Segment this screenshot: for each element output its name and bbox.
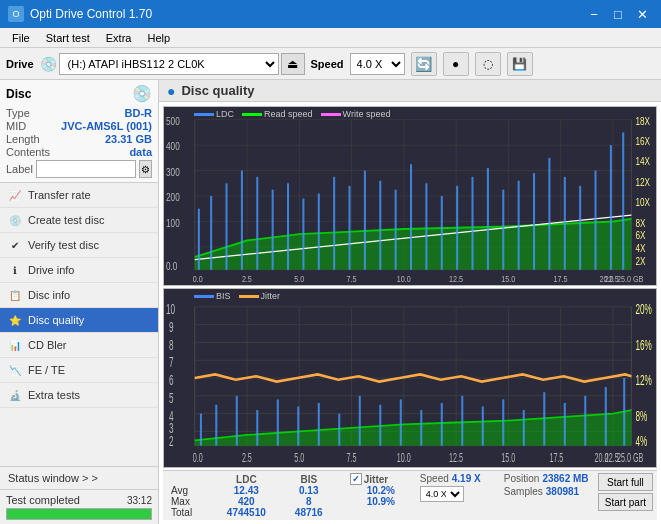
svg-text:0.0: 0.0 xyxy=(166,261,177,272)
svg-rect-39 xyxy=(487,168,489,270)
svg-text:2.5: 2.5 xyxy=(242,275,252,285)
avg-ldc: 12.43 xyxy=(211,485,282,496)
start-full-button[interactable]: Start full xyxy=(598,473,653,491)
position-section: Position 23862 MB Samples 380981 xyxy=(504,473,594,497)
svg-text:18X: 18X xyxy=(636,116,651,127)
svg-rect-45 xyxy=(579,186,581,270)
erase-button[interactable]: ◌ xyxy=(475,52,501,76)
jitter-label: Jitter xyxy=(261,291,281,301)
svg-text:2.5: 2.5 xyxy=(242,451,252,464)
sidebar-item-cd-bler[interactable]: 📊 CD Bler xyxy=(0,333,158,358)
svg-text:200: 200 xyxy=(166,192,180,203)
menu-help[interactable]: Help xyxy=(139,30,178,46)
svg-rect-34 xyxy=(410,164,412,270)
menu-file[interactable]: File xyxy=(4,30,38,46)
svg-rect-101 xyxy=(297,406,299,445)
sidebar-item-fe-te[interactable]: 📉 FE / TE xyxy=(0,358,158,383)
disc-info-label: Disc info xyxy=(28,289,70,301)
speed-select-small[interactable]: 4.0 X xyxy=(420,486,464,502)
svg-rect-31 xyxy=(364,171,366,270)
sidebar-item-transfer-rate[interactable]: 📈 Transfer rate xyxy=(0,183,158,208)
svg-rect-32 xyxy=(379,181,381,270)
chart2: BIS Jitter xyxy=(163,288,657,468)
svg-rect-103 xyxy=(338,414,340,446)
drive-label: Drive xyxy=(6,58,34,70)
samples-value: 380981 xyxy=(546,486,579,497)
jitter-checkbox[interactable]: ✓ xyxy=(350,473,362,485)
legend-write-speed: Write speed xyxy=(321,109,391,119)
svg-text:10: 10 xyxy=(166,300,175,316)
start-part-button[interactable]: Start part xyxy=(598,493,653,511)
jitter-color xyxy=(239,295,259,298)
svg-rect-100 xyxy=(277,399,279,445)
max-jitter: 10.9% xyxy=(346,496,416,507)
svg-rect-113 xyxy=(543,392,545,445)
sidebar-item-disc-quality[interactable]: ⭐ Disc quality xyxy=(0,308,158,333)
svg-rect-48 xyxy=(622,132,624,269)
svg-text:20%: 20% xyxy=(636,300,652,316)
sidebar-item-extra-tests[interactable]: 🔬 Extra tests xyxy=(0,383,158,408)
maximize-button[interactable]: □ xyxy=(607,5,629,23)
status-text: Test completed xyxy=(6,494,80,506)
svg-rect-112 xyxy=(523,410,525,446)
status-window-label: Status window > > xyxy=(8,472,98,484)
svg-text:9: 9 xyxy=(169,318,174,334)
menu-extra[interactable]: Extra xyxy=(98,30,140,46)
sidebar-item-create-test-disc[interactable]: 💿 Create test disc xyxy=(0,208,158,233)
svg-rect-110 xyxy=(482,406,484,445)
refresh-button[interactable]: 🔄 xyxy=(411,52,437,76)
speed-select[interactable]: 4.0 X xyxy=(350,53,405,75)
sidebar-item-disc-info[interactable]: 📋 Disc info xyxy=(0,283,158,308)
sidebar-item-verify-test-disc[interactable]: ✔ Verify test disc xyxy=(0,233,158,258)
record-button[interactable]: ● xyxy=(443,52,469,76)
cd-bler-label: CD Bler xyxy=(28,339,67,351)
title-bar: O Opti Drive Control 1.70 − □ ✕ xyxy=(0,0,661,28)
ldc-label: LDC xyxy=(216,109,234,119)
svg-text:8X: 8X xyxy=(636,218,646,229)
menu-start-test[interactable]: Start test xyxy=(38,30,98,46)
fe-te-label: FE / TE xyxy=(28,364,65,376)
contents-value: data xyxy=(129,146,152,158)
nav-items: 📈 Transfer rate 💿 Create test disc ✔ Ver… xyxy=(0,183,158,466)
chart1-svg: 500 400 300 200 100 0.0 18X 16X 14X 12X … xyxy=(164,107,656,285)
svg-rect-35 xyxy=(425,183,427,269)
eject-button[interactable]: ⏏ xyxy=(281,53,305,75)
svg-rect-33 xyxy=(395,190,397,270)
drive-select[interactable]: (H:) ATAPI iHBS112 2 CL0K xyxy=(59,53,279,75)
save-button[interactable]: 💾 xyxy=(507,52,533,76)
svg-text:7.5: 7.5 xyxy=(346,275,356,285)
svg-text:8: 8 xyxy=(169,336,174,352)
chart2-svg: 10 9 8 7 6 5 4 3 2 20% 16% 12% 8% 4% xyxy=(164,289,656,467)
sidebar-item-drive-info[interactable]: ℹ Drive info xyxy=(0,258,158,283)
ldc-header: LDC xyxy=(211,473,282,485)
position-value: 23862 MB xyxy=(542,473,588,484)
write-speed-color xyxy=(321,113,341,116)
status-window-button[interactable]: Status window > > xyxy=(0,466,158,489)
label-edit-button[interactable]: ⚙ xyxy=(139,160,152,178)
legend-bis: BIS xyxy=(194,291,231,301)
svg-rect-37 xyxy=(456,186,458,270)
verify-test-disc-label: Verify test disc xyxy=(28,239,99,251)
sidebar-bottom: Status window > > Test completed 33:12 xyxy=(0,466,158,524)
svg-text:25.0 GB: 25.0 GB xyxy=(617,451,643,464)
svg-text:10X: 10X xyxy=(636,197,651,208)
app-title: Opti Drive Control 1.70 xyxy=(30,7,152,21)
content-title: Disc quality xyxy=(181,83,254,98)
max-ldc: 420 xyxy=(211,496,282,507)
drive-info-label: Drive info xyxy=(28,264,74,276)
svg-rect-115 xyxy=(584,396,586,446)
app-icon: O xyxy=(8,6,24,22)
svg-text:17.5: 17.5 xyxy=(549,451,563,464)
svg-text:0.0: 0.0 xyxy=(193,451,203,464)
svg-rect-26 xyxy=(287,183,289,269)
chart1-legend: LDC Read speed Write speed xyxy=(194,109,390,119)
label-input[interactable] xyxy=(36,160,136,178)
read-speed-label: Read speed xyxy=(264,109,313,119)
mid-label: MID xyxy=(6,120,26,132)
minimize-button[interactable]: − xyxy=(583,5,605,23)
contents-label: Contents xyxy=(6,146,50,158)
svg-rect-104 xyxy=(359,396,361,446)
avg-jitter: 10.2% xyxy=(346,485,416,496)
close-button[interactable]: ✕ xyxy=(631,5,653,23)
fe-te-icon: 📉 xyxy=(8,363,22,377)
